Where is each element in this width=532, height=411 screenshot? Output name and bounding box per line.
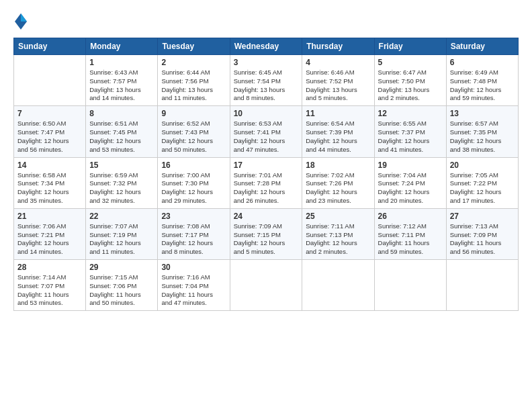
calendar-cell: 3Sunrise: 6:45 AM Sunset: 7:54 PM Daylig… [230,55,302,106]
cell-info: Sunrise: 6:49 AM Sunset: 7:48 PM Dayligh… [450,68,515,103]
cell-info: Sunrise: 7:14 AM Sunset: 7:07 PM Dayligh… [17,273,82,308]
day-number: 18 [306,161,370,170]
day-number: 12 [378,109,443,118]
col-header-tuesday: Tuesday [158,38,230,55]
calendar-cell: 9Sunrise: 6:52 AM Sunset: 7:43 PM Daylig… [158,106,230,157]
day-number: 19 [378,161,443,170]
calendar-cell: 19Sunrise: 7:04 AM Sunset: 7:24 PM Dayli… [374,157,446,208]
calendar-cell: 18Sunrise: 7:02 AM Sunset: 7:26 PM Dayli… [302,157,374,208]
cell-info: Sunrise: 6:55 AM Sunset: 7:37 PM Dayligh… [378,120,443,154]
calendar-cell: 12Sunrise: 6:55 AM Sunset: 7:37 PM Dayli… [374,106,446,157]
cell-info: Sunrise: 7:08 AM Sunset: 7:17 PM Dayligh… [161,222,226,257]
day-number: 23 [161,212,226,221]
day-number: 1 [89,58,154,67]
week-row-0: 1Sunrise: 6:43 AM Sunset: 7:57 PM Daylig… [14,55,519,106]
day-number: 3 [234,58,299,67]
cell-info: Sunrise: 7:06 AM Sunset: 7:21 PM Dayligh… [17,222,82,257]
calendar-cell [302,260,374,311]
cell-info: Sunrise: 7:05 AM Sunset: 7:22 PM Dayligh… [450,171,515,205]
cell-info: Sunrise: 7:01 AM Sunset: 7:28 PM Dayligh… [234,171,299,205]
calendar-cell: 25Sunrise: 7:11 AM Sunset: 7:13 PM Dayli… [302,208,374,259]
cell-info: Sunrise: 6:50 AM Sunset: 7:47 PM Dayligh… [17,120,82,154]
day-number: 5 [378,58,443,67]
cell-info: Sunrise: 6:52 AM Sunset: 7:43 PM Dayligh… [161,120,226,154]
calendar-cell: 29Sunrise: 7:15 AM Sunset: 7:06 PM Dayli… [86,260,158,311]
calendar-cell [374,260,446,311]
calendar-cell: 10Sunrise: 6:53 AM Sunset: 7:41 PM Dayli… [230,106,302,157]
cell-info: Sunrise: 7:00 AM Sunset: 7:30 PM Dayligh… [161,171,226,205]
logo-icon [13,12,28,31]
day-number: 22 [89,212,154,221]
cell-info: Sunrise: 7:12 AM Sunset: 7:11 PM Dayligh… [378,222,443,257]
day-number: 13 [450,109,515,118]
day-number: 25 [306,212,370,221]
day-number: 17 [234,161,299,170]
calendar-cell: 22Sunrise: 7:07 AM Sunset: 7:19 PM Dayli… [86,208,158,259]
calendar-cell: 23Sunrise: 7:08 AM Sunset: 7:17 PM Dayli… [158,208,230,259]
cell-info: Sunrise: 7:09 AM Sunset: 7:15 PM Dayligh… [234,222,299,257]
col-header-wednesday: Wednesday [230,38,302,55]
col-header-sunday: Sunday [14,38,86,55]
week-row-2: 14Sunrise: 6:58 AM Sunset: 7:34 PM Dayli… [14,157,519,208]
page: SundayMondayTuesdayWednesdayThursdayFrid… [0,0,532,411]
cell-info: Sunrise: 6:44 AM Sunset: 7:56 PM Dayligh… [161,68,226,103]
calendar-cell: 14Sunrise: 6:58 AM Sunset: 7:34 PM Dayli… [14,157,86,208]
calendar-cell: 4Sunrise: 6:46 AM Sunset: 7:52 PM Daylig… [302,55,374,106]
cell-info: Sunrise: 7:04 AM Sunset: 7:24 PM Dayligh… [378,171,443,205]
col-header-friday: Friday [374,38,446,55]
logo [13,12,31,31]
cell-info: Sunrise: 7:11 AM Sunset: 7:13 PM Dayligh… [306,222,370,257]
day-number: 21 [17,212,82,221]
col-header-saturday: Saturday [446,38,518,55]
cell-info: Sunrise: 6:51 AM Sunset: 7:45 PM Dayligh… [89,120,154,154]
cell-info: Sunrise: 7:02 AM Sunset: 7:26 PM Dayligh… [306,171,370,205]
calendar-cell: 13Sunrise: 6:57 AM Sunset: 7:35 PM Dayli… [446,106,518,157]
header [13,12,519,31]
day-number: 29 [89,263,154,272]
col-header-thursday: Thursday [302,38,374,55]
calendar-cell [446,260,518,311]
cell-info: Sunrise: 7:16 AM Sunset: 7:04 PM Dayligh… [161,273,226,308]
day-number: 8 [89,109,154,118]
cell-info: Sunrise: 6:54 AM Sunset: 7:39 PM Dayligh… [306,120,370,154]
day-number: 9 [161,109,226,118]
calendar-cell: 17Sunrise: 7:01 AM Sunset: 7:28 PM Dayli… [230,157,302,208]
cell-info: Sunrise: 6:47 AM Sunset: 7:50 PM Dayligh… [378,68,443,103]
calendar-cell: 5Sunrise: 6:47 AM Sunset: 7:50 PM Daylig… [374,55,446,106]
calendar-cell: 8Sunrise: 6:51 AM Sunset: 7:45 PM Daylig… [86,106,158,157]
cell-info: Sunrise: 6:59 AM Sunset: 7:32 PM Dayligh… [89,171,154,205]
day-number: 4 [306,58,370,67]
week-row-1: 7Sunrise: 6:50 AM Sunset: 7:47 PM Daylig… [14,106,519,157]
cell-info: Sunrise: 6:46 AM Sunset: 7:52 PM Dayligh… [306,68,370,103]
svg-marker-1 [21,13,27,21]
cell-info: Sunrise: 7:15 AM Sunset: 7:06 PM Dayligh… [89,273,154,308]
week-row-3: 21Sunrise: 7:06 AM Sunset: 7:21 PM Dayli… [14,208,519,259]
day-number: 27 [450,212,515,221]
calendar-cell: 1Sunrise: 6:43 AM Sunset: 7:57 PM Daylig… [86,55,158,106]
calendar-cell: 6Sunrise: 6:49 AM Sunset: 7:48 PM Daylig… [446,55,518,106]
cell-info: Sunrise: 6:45 AM Sunset: 7:54 PM Dayligh… [234,68,299,103]
calendar-cell: 21Sunrise: 7:06 AM Sunset: 7:21 PM Dayli… [14,208,86,259]
calendar-table: SundayMondayTuesdayWednesdayThursdayFrid… [13,38,519,311]
calendar-cell: 16Sunrise: 7:00 AM Sunset: 7:30 PM Dayli… [158,157,230,208]
day-number: 11 [306,109,370,118]
week-row-4: 28Sunrise: 7:14 AM Sunset: 7:07 PM Dayli… [14,260,519,311]
day-number: 16 [161,161,226,170]
calendar-cell: 27Sunrise: 7:13 AM Sunset: 7:09 PM Dayli… [446,208,518,259]
day-number: 10 [234,109,299,118]
calendar-cell: 24Sunrise: 7:09 AM Sunset: 7:15 PM Dayli… [230,208,302,259]
day-number: 15 [89,161,154,170]
calendar-cell: 15Sunrise: 6:59 AM Sunset: 7:32 PM Dayli… [86,157,158,208]
day-number: 2 [161,58,226,67]
calendar-cell: 2Sunrise: 6:44 AM Sunset: 7:56 PM Daylig… [158,55,230,106]
calendar-cell [14,55,86,106]
day-number: 26 [378,212,443,221]
cell-info: Sunrise: 6:43 AM Sunset: 7:57 PM Dayligh… [89,68,154,103]
header-row: SundayMondayTuesdayWednesdayThursdayFrid… [14,38,519,55]
day-number: 24 [234,212,299,221]
day-number: 28 [17,263,82,272]
calendar-cell [230,260,302,311]
day-number: 30 [161,263,226,272]
calendar-cell: 28Sunrise: 7:14 AM Sunset: 7:07 PM Dayli… [14,260,86,311]
cell-info: Sunrise: 6:53 AM Sunset: 7:41 PM Dayligh… [234,120,299,154]
